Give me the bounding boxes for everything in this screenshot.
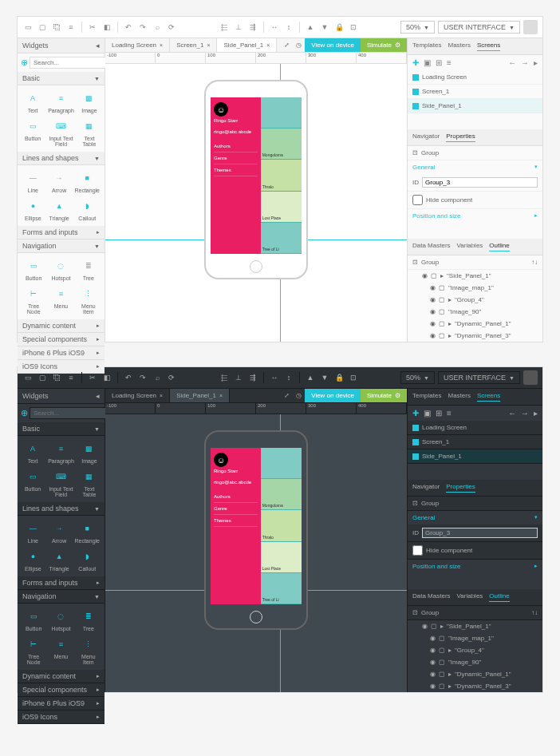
widget-callout[interactable]: ◗Callout xyxy=(73,196,101,223)
dist-h-icon[interactable]: ↔ xyxy=(269,22,280,33)
tab-masters[interactable]: Masters xyxy=(448,392,470,402)
dist-h-icon[interactable]: ↔ xyxy=(269,372,280,383)
tab-screens[interactable]: Screens xyxy=(477,392,500,402)
visibility-icon[interactable]: ◉ xyxy=(430,296,436,303)
cat-forms[interactable]: Forms and inputs▸ xyxy=(18,576,105,590)
search-icon[interactable]: ⌕ xyxy=(152,372,163,383)
align-left-icon[interactable]: ⬱ xyxy=(219,372,230,383)
front-icon[interactable]: ▲ xyxy=(305,372,316,383)
cat-lines[interactable]: Lines and shapes▼ xyxy=(18,152,105,165)
visibility-icon[interactable]: ◉ xyxy=(422,623,428,630)
widget-callout[interactable]: ◗Callout xyxy=(73,547,101,573)
widget-menuitem[interactable]: ⋮Menu Item xyxy=(76,284,101,316)
sync-icon[interactable]: ⟳ xyxy=(166,372,177,383)
cat-basic[interactable]: Basic▼ xyxy=(18,422,105,436)
tab-screen1[interactable]: Screen_1× xyxy=(170,38,217,52)
mock-menu-item[interactable]: Themes xyxy=(214,515,258,527)
outline-item[interactable]: ◉▢"Image_map_1" xyxy=(408,282,542,294)
id-input[interactable] xyxy=(422,528,538,538)
user-avatar[interactable] xyxy=(523,20,538,34)
simulate-button[interactable]: Simulate⚙ xyxy=(361,38,407,52)
tab-masters[interactable]: Masters xyxy=(448,42,470,51)
tab-variables[interactable]: Variables xyxy=(457,242,483,251)
widget-hotspot[interactable]: ◌Hotspot xyxy=(48,607,73,633)
mock-tile[interactable]: Thralo xyxy=(261,510,302,541)
cat-dynamic[interactable]: Dynamic content▸ xyxy=(18,670,105,683)
tab-properties[interactable]: Properties xyxy=(446,133,475,142)
hide-component-row[interactable]: Hide component xyxy=(408,192,542,209)
settings-icon[interactable]: ◷ xyxy=(293,38,305,52)
outline-item[interactable]: ◉▢"Image_90" xyxy=(408,656,542,668)
device-screen[interactable]: ☺ Ringo Starr ringo@abc.abcde Authors Ge… xyxy=(211,97,302,254)
visibility-icon[interactable]: ◉ xyxy=(430,683,436,690)
cat-basic[interactable]: Basic▼ xyxy=(18,72,105,85)
lock-icon[interactable]: 🔒 xyxy=(333,22,345,33)
cat-ios9[interactable]: iOS9 Icons▸ xyxy=(18,710,105,724)
prev-icon[interactable]: ← xyxy=(508,58,516,67)
tab-navigator[interactable]: Navigator xyxy=(412,483,440,493)
widget-arrow[interactable]: →Arrow xyxy=(47,519,72,545)
hide-checkbox[interactable] xyxy=(412,545,423,556)
outline-item[interactable]: ◉▢▸"Dynamic_Panel_3" xyxy=(408,680,542,692)
cat-navigation[interactable]: Navigation▼ xyxy=(18,239,105,253)
cut-icon[interactable]: ✂ xyxy=(87,22,98,33)
menu-icon[interactable]: ≡ xyxy=(65,372,77,383)
mock-menu-item[interactable]: Genre xyxy=(214,503,258,515)
mock-sidebar[interactable]: ☺ Ringo Starr ringo@abc.abcde Authors Ge… xyxy=(211,97,261,254)
align-right-icon[interactable]: ⇶ xyxy=(247,22,258,33)
visibility-icon[interactable]: ◉ xyxy=(430,320,436,327)
widget-menu[interactable]: ≡Menu xyxy=(48,284,73,316)
add-widget-icon[interactable]: ⊕ xyxy=(21,408,28,418)
mock-tile[interactable]: Mongoloma xyxy=(261,129,302,160)
screen-item[interactable]: Screen_1 xyxy=(408,435,542,449)
visibility-icon[interactable]: ◉ xyxy=(430,332,436,339)
next-icon[interactable]: → xyxy=(521,58,529,67)
widget-menu[interactable]: ≡Menu xyxy=(48,635,73,667)
hide-component-row[interactable]: Hide component xyxy=(408,542,542,560)
general-label[interactable]: General ▾ xyxy=(408,511,542,524)
cat-navigation[interactable]: Navigation▼ xyxy=(18,590,105,604)
tab-loading[interactable]: Loading Screen× xyxy=(105,38,170,52)
back-icon[interactable]: ▼ xyxy=(319,372,330,383)
tab-outline[interactable]: Outline xyxy=(489,592,509,602)
interface-select[interactable]: USER INTERFACE▼ xyxy=(438,21,520,34)
mock-tile[interactable]: Tree of Li xyxy=(261,573,302,604)
close-icon[interactable]: ▸ xyxy=(534,58,538,67)
hide-checkbox[interactable] xyxy=(412,195,423,205)
widget-treenode[interactable]: ⊢Tree Node xyxy=(21,635,46,667)
lock-icon[interactable]: 🔒 xyxy=(333,372,345,383)
visibility-icon[interactable]: ◉ xyxy=(430,635,436,642)
screen-item[interactable]: Side_Panel_1 xyxy=(408,449,542,464)
widget-paragraph[interactable]: ≡Paragraph xyxy=(46,439,76,465)
open-icon[interactable]: ▢ xyxy=(37,22,48,33)
copy-icon[interactable]: ⿻ xyxy=(51,372,62,383)
visibility-icon[interactable]: ◉ xyxy=(430,671,436,678)
group-icon[interactable]: ⊡ xyxy=(348,372,359,383)
new-icon[interactable]: ▭ xyxy=(22,372,34,383)
outline-item[interactable]: ◉▢▸"Side_Panel_1" xyxy=(408,620,542,632)
redo-icon[interactable]: ↷ xyxy=(137,22,148,33)
undo-icon[interactable]: ↶ xyxy=(123,372,134,383)
widget-nav-button[interactable]: ▭Button xyxy=(21,607,46,633)
widget-tree[interactable]: ≣Tree xyxy=(76,607,101,633)
redo-icon[interactable]: ↷ xyxy=(137,372,148,383)
tab-sidepanel[interactable]: Side_Panel_1× xyxy=(170,389,230,402)
outline-item[interactable]: ◉▢▸"Dynamic_Panel_1" xyxy=(408,318,542,330)
widget-nav-button[interactable]: ▭Button xyxy=(21,256,46,283)
mock-tile[interactable] xyxy=(261,448,302,479)
mock-tile[interactable]: Tree of Li xyxy=(261,223,302,254)
widget-button[interactable]: ▭Button xyxy=(21,117,45,148)
close-icon[interactable]: ▸ xyxy=(534,409,538,418)
widget-table[interactable]: ▦Text Table xyxy=(77,117,101,148)
prev-icon[interactable]: ← xyxy=(508,409,516,418)
general-label[interactable]: General ▾ xyxy=(408,160,542,174)
widget-image[interactable]: ▩Image xyxy=(77,439,101,465)
list-icon[interactable]: ≡ xyxy=(447,409,452,418)
layout-icon[interactable]: ⊞ xyxy=(436,58,442,67)
view-device-button[interactable]: View on device xyxy=(305,38,361,52)
tab-templates[interactable]: Templates xyxy=(412,392,441,402)
design-canvas[interactable]: ☺ Ringo Starr ringo@abc.abcde Authors Ge… xyxy=(105,414,407,692)
back-icon[interactable]: ▼ xyxy=(319,22,330,33)
outline-item[interactable]: ◉▢▸"Side_Panel_1" xyxy=(408,270,542,282)
tab-sidepanel[interactable]: Side_Panel_1× xyxy=(217,38,277,52)
